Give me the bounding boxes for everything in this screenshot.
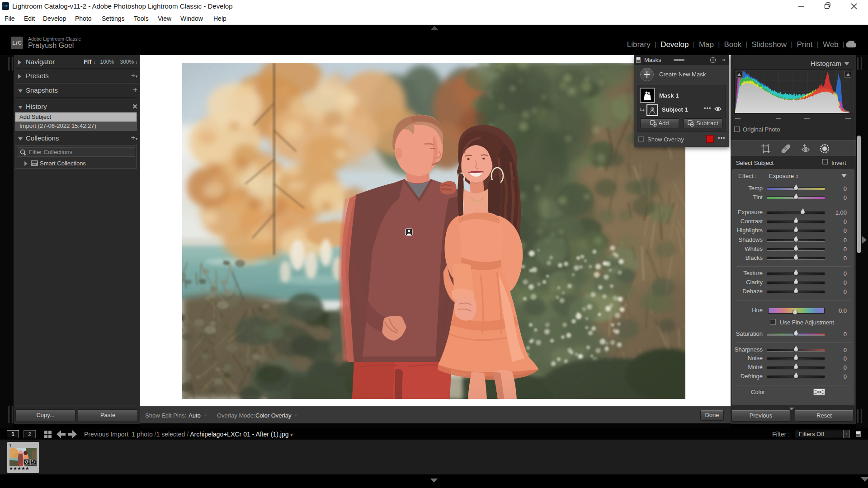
- svg-text:?: ?: [712, 58, 714, 62]
